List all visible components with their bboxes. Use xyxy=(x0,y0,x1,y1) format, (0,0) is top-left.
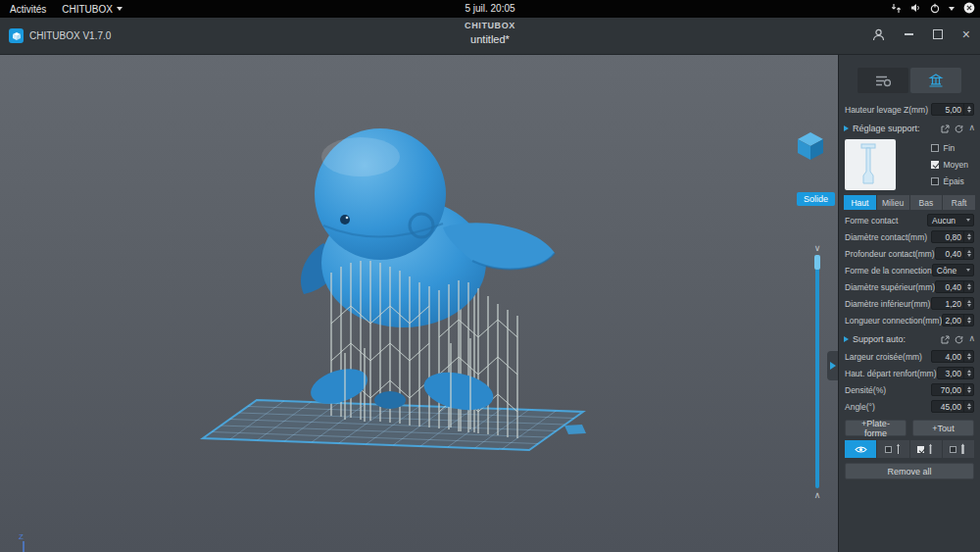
system-menu-caret-icon[interactable] xyxy=(949,7,955,11)
lift-height-row: Hauteur levage Z(mm) 5,00 xyxy=(845,102,974,117)
spinner-arrows[interactable] xyxy=(963,104,973,115)
reset-settings-icon[interactable] xyxy=(955,120,963,137)
support-type-light-button[interactable] xyxy=(877,440,908,458)
field-forme-contact: Forme contact Aucun xyxy=(845,213,974,227)
collapse-section-icon[interactable]: ∧ xyxy=(968,334,975,343)
spinner-value: 2,00 xyxy=(943,316,963,326)
window-app-name: CHITUBOX xyxy=(465,21,515,30)
tab-slice-settings[interactable] xyxy=(858,68,908,93)
checkbox-fin[interactable]: Fin xyxy=(931,143,968,153)
checkbox-checked-icon xyxy=(917,446,924,453)
profondeur-contact-spinner[interactable]: 0,40 xyxy=(935,247,974,260)
add-all-supports-button[interactable]: +Tout xyxy=(912,420,974,436)
play-icon xyxy=(844,125,849,131)
haut-depart-renfort-spinner[interactable]: 3,00 xyxy=(937,367,974,379)
diametre-inferieur-spinner[interactable]: 1,20 xyxy=(931,297,974,310)
spinner-arrows[interactable] xyxy=(963,315,973,326)
checkbox-moyen[interactable]: Moyen xyxy=(931,160,968,170)
z-slider-track[interactable] xyxy=(815,255,819,488)
field-label: Densité(%) xyxy=(845,385,886,395)
remove-all-supports-button[interactable]: Remove all xyxy=(845,463,974,479)
close-button[interactable]: × xyxy=(962,26,970,42)
maximize-button[interactable] xyxy=(933,26,943,42)
spinner-value: 0,40 xyxy=(936,249,963,259)
thickness-options: Fin Moyen Épais xyxy=(931,139,974,190)
lift-height-spinner[interactable]: 5,00 xyxy=(931,103,974,116)
clock[interactable]: 5 juil. 20:05 xyxy=(465,0,514,18)
checkbox-epais[interactable]: Épais xyxy=(931,176,968,186)
spinner-value: 45,00 xyxy=(932,402,963,412)
tab-bas[interactable]: Bas xyxy=(910,195,943,210)
close-icon: × xyxy=(962,28,970,40)
z-slider[interactable]: ∨ ∧ xyxy=(810,243,824,500)
spinner-arrows[interactable] xyxy=(963,231,973,242)
axis-z-label: Z xyxy=(19,532,24,541)
field-label: Forme contact xyxy=(845,216,898,226)
render-mode-button[interactable]: Solide xyxy=(797,192,835,206)
support-type-medium-button[interactable] xyxy=(910,440,942,458)
power-icon[interactable] xyxy=(930,3,940,16)
activities-button[interactable]: Activités xyxy=(10,4,46,15)
model-viewport[interactable]: Solide ∨ ∧ Z X Y xyxy=(0,54,838,552)
minimize-button[interactable] xyxy=(905,26,913,42)
field-label: Angle(°) xyxy=(845,402,875,412)
toggle-supports-visible-button[interactable] xyxy=(845,440,876,458)
spinner-arrows[interactable] xyxy=(963,281,973,292)
spinner-arrows[interactable] xyxy=(963,248,973,259)
support-pillar-icon xyxy=(928,74,944,87)
spinner-arrows[interactable] xyxy=(963,368,973,378)
spinner-arrows[interactable] xyxy=(963,298,973,309)
tab-haut[interactable]: Haut xyxy=(844,195,876,210)
forme-connection-select[interactable]: Cône xyxy=(932,264,974,276)
tab-support-settings[interactable] xyxy=(910,68,961,93)
screencast-stop-icon[interactable] xyxy=(963,2,975,16)
eye-icon xyxy=(855,445,867,454)
field-haut-depart-renfort: Haut. départ renfort(mm) 3,00 xyxy=(845,366,974,380)
select-value: Aucun xyxy=(928,216,963,226)
forme-contact-select[interactable]: Aucun xyxy=(927,214,974,226)
support-type-heavy-button[interactable] xyxy=(943,440,974,458)
volume-icon[interactable] xyxy=(910,3,921,15)
app-menu-button[interactable]: CHITUBOX xyxy=(62,4,122,15)
panel-collapse-handle[interactable] xyxy=(827,351,838,380)
user-account-icon[interactable] xyxy=(872,26,885,42)
support-preview-row: Fin Moyen Épais xyxy=(845,139,974,190)
angle-spinner[interactable]: 45,00 xyxy=(931,400,974,413)
spinner-arrows[interactable] xyxy=(963,401,973,412)
spinner-arrows[interactable] xyxy=(963,384,973,395)
scene-canvas[interactable] xyxy=(0,54,838,552)
diametre-contact-spinner[interactable]: 0,80 xyxy=(931,230,974,243)
auto-support-header: Support auto: ∧ xyxy=(844,330,975,347)
z-slider-handle[interactable] xyxy=(814,255,820,270)
export-settings-icon[interactable] xyxy=(941,120,950,137)
network-icon[interactable] xyxy=(891,3,902,16)
spinner-arrows[interactable] xyxy=(963,351,973,362)
spinner-value: 3,00 xyxy=(938,369,963,378)
diametre-superieur-spinner[interactable]: 0,40 xyxy=(935,280,974,293)
densite-spinner[interactable]: 70,00 xyxy=(931,383,974,396)
slider-chevron-down-icon[interactable]: ∨ xyxy=(814,243,821,253)
add-platform-supports-button[interactable]: +Plate-forme xyxy=(845,420,906,436)
window-title-bar[interactable]: CHITUBOX V1.7.0 CHITUBOX untitled* × xyxy=(0,18,980,55)
view-cube-icon[interactable] xyxy=(794,130,827,162)
select-value: Cône xyxy=(933,266,963,276)
checkbox-icon xyxy=(931,177,939,185)
slider-chevron-up-icon[interactable]: ∧ xyxy=(814,490,821,500)
support-light-icon xyxy=(895,443,902,455)
export-settings-icon[interactable] xyxy=(941,330,950,348)
longueur-connection-spinner[interactable]: 2,00 xyxy=(942,314,974,326)
panel-tab-bar xyxy=(858,68,961,93)
tab-raft[interactable]: Raft xyxy=(943,195,975,210)
field-label: Profondeur contact(mm) xyxy=(845,249,935,259)
support-preview-thumbnail xyxy=(845,139,896,190)
tab-milieu[interactable]: Milieu xyxy=(877,195,909,210)
model-whale[interactable] xyxy=(301,128,555,327)
checkbox-icon xyxy=(950,446,956,453)
document-title: untitled* xyxy=(465,33,515,45)
caret-down-icon xyxy=(117,7,122,11)
largeur-croisee-spinner[interactable]: 4,00 xyxy=(931,350,974,363)
collapse-section-icon[interactable]: ∧ xyxy=(968,124,975,132)
reset-settings-icon[interactable] xyxy=(955,330,963,348)
support-settings-header: Réglage support: ∧ xyxy=(844,120,975,136)
field-angle: Angle(°) 45,00 xyxy=(845,399,974,414)
